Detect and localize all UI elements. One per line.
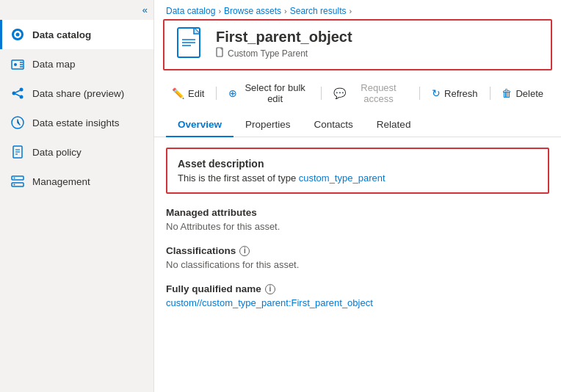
data-share-icon [10, 86, 25, 101]
sidebar-collapse-button[interactable]: « [0, 0, 153, 20]
asset-subtitle-text: Custom Type Parent [228, 48, 308, 59]
sidebar-item-data-map-label: Data map [32, 59, 76, 70]
breadcrumb-sep-2: › [284, 7, 287, 15]
classifications-section: Classifications i No classifications for… [166, 245, 549, 270]
sidebar-item-data-estate-insights-label: Data estate insights [32, 117, 120, 128]
tab-related[interactable]: Related [365, 113, 423, 137]
svg-point-18 [14, 184, 15, 186]
asset-description-title: Asset description [178, 158, 538, 170]
tab-properties[interactable]: Properties [234, 113, 303, 137]
asset-header: First_parent_object Custom Type Parent [163, 19, 552, 70]
managed-attributes-title: Managed attributes [166, 207, 549, 218]
svg-line-8 [15, 90, 20, 92]
select-bulk-edit-button[interactable]: ⊕ Select for bulk edit [222, 79, 315, 107]
edit-label: Edit [188, 88, 204, 99]
svg-point-17 [14, 178, 15, 179]
select-bulk-edit-label: Select for bulk edit [241, 82, 309, 104]
refresh-icon: ↻ [432, 87, 441, 99]
data-policy-icon [10, 145, 25, 159]
action-divider-4 [490, 87, 491, 100]
asset-description-text: This is the first asset of type custom_t… [178, 173, 538, 184]
management-icon [10, 174, 25, 189]
asset-subtitle-icon [216, 47, 225, 59]
asset-description-box: Asset description This is the first asse… [166, 148, 549, 194]
svg-line-9 [15, 94, 20, 96]
sidebar-item-data-catalog[interactable]: Data catalog [0, 20, 153, 49]
refresh-button[interactable]: ↻ Refresh [426, 84, 484, 102]
sidebar-item-data-catalog-label: Data catalog [32, 29, 91, 40]
breadcrumb-sep-3: › [349, 7, 352, 15]
sidebar: « Data catalog Data map [0, 0, 154, 392]
fully-qualified-name-section: Fully qualified name i custom//custom_ty… [166, 283, 549, 308]
request-access-icon: 💬 [333, 87, 346, 99]
delete-button[interactable]: 🗑 Delete [496, 84, 549, 102]
description-text-highlight: custom_type_parent [299, 173, 386, 184]
data-catalog-icon [10, 27, 25, 42]
action-divider-2 [321, 87, 322, 100]
sidebar-item-data-share-label: Data share (preview) [32, 88, 124, 99]
main-content: Data catalog › Browse assets › Search re… [154, 0, 561, 392]
data-estate-insights-icon [10, 115, 25, 130]
select-bulk-edit-icon: ⊕ [228, 87, 237, 99]
tab-overview[interactable]: Overview [166, 113, 234, 137]
classifications-empty: No classifications for this asset. [166, 259, 549, 270]
sidebar-item-data-map[interactable]: Data map [0, 49, 153, 79]
data-map-icon [10, 57, 25, 71]
overview-content: Asset description This is the first asse… [154, 137, 561, 392]
fully-qualified-name-info-icon[interactable]: i [265, 284, 275, 294]
sidebar-item-data-share[interactable]: Data share (preview) [0, 79, 153, 108]
request-access-label: Request access [350, 82, 408, 104]
sidebar-item-management-label: Management [32, 176, 90, 187]
breadcrumb: Data catalog › Browse assets › Search re… [154, 0, 561, 19]
refresh-label: Refresh [444, 88, 478, 99]
asset-subtitle: Custom Type Parent [216, 47, 352, 59]
managed-attributes-empty: No Attributes for this asset. [166, 221, 549, 232]
edit-button[interactable]: ✏️ Edit [166, 84, 210, 102]
svg-rect-15 [12, 176, 23, 180]
asset-file-icon [176, 26, 207, 62]
breadcrumb-data-catalog[interactable]: Data catalog [166, 6, 215, 16]
action-bar: ✏️ Edit ⊕ Select for bulk edit 💬 Request… [154, 76, 561, 113]
delete-icon: 🗑 [502, 87, 512, 99]
fully-qualified-name-value: custom//custom_type_parent:First_parent_… [166, 297, 549, 308]
svg-point-4 [14, 63, 17, 66]
breadcrumb-browse-assets[interactable]: Browse assets [224, 6, 281, 16]
fully-qualified-name-title: Fully qualified name i [166, 283, 549, 294]
sidebar-item-data-policy-label: Data policy [32, 147, 82, 158]
breadcrumb-sep-1: › [218, 7, 221, 15]
request-access-button[interactable]: 💬 Request access [327, 79, 413, 107]
sidebar-item-management[interactable]: Management [0, 167, 153, 196]
svg-rect-16 [12, 183, 23, 186]
edit-icon: ✏️ [172, 87, 184, 99]
breadcrumb-search-results[interactable]: Search results [290, 6, 347, 16]
sidebar-item-data-estate-insights[interactable]: Data estate insights [0, 108, 153, 137]
classifications-info-icon[interactable]: i [239, 246, 250, 256]
tabs: Overview Properties Contacts Related [154, 113, 561, 137]
asset-title-group: First_parent_object Custom Type Parent [216, 29, 352, 59]
delete-label: Delete [515, 88, 543, 99]
managed-attributes-section: Managed attributes No Attributes for thi… [166, 207, 549, 232]
action-divider-3 [419, 87, 420, 100]
tab-contacts[interactable]: Contacts [303, 113, 365, 137]
action-divider-1 [216, 87, 217, 100]
svg-point-5 [12, 92, 16, 95]
description-text-prefix: This is the first asset of type [178, 173, 299, 184]
sidebar-item-data-policy[interactable]: Data policy [0, 137, 153, 167]
asset-title: First_parent_object [216, 29, 352, 46]
svg-point-2 [16, 33, 20, 37]
classifications-title: Classifications i [166, 245, 549, 256]
